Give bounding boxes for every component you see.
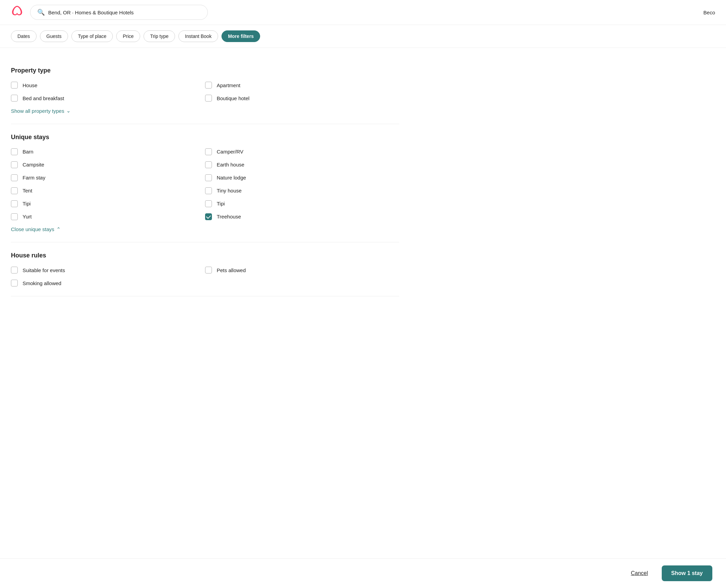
checkbox-tipi2[interactable]: Tipi (205, 200, 399, 207)
checkbox-house[interactable]: House (11, 82, 205, 89)
earth-house-label: Earth house (217, 162, 244, 168)
main-content: Property type House Bed and breakfast Ap… (0, 48, 410, 337)
tent-checkbox[interactable] (11, 187, 18, 194)
house-rules-section: House rules Suitable for events Smoking … (11, 242, 399, 296)
property-type-col2: Apartment Boutique hotel (205, 82, 399, 102)
checkbox-barn[interactable]: Barn (11, 148, 205, 155)
checkbox-yurt[interactable]: Yurt (11, 213, 205, 220)
tipi2-label: Tipi (217, 201, 225, 206)
show-all-property-types-button[interactable]: Show all property types ⌄ (11, 108, 71, 114)
user-label: Beco (703, 10, 715, 15)
filter-bar: Dates Guests Type of place Price Trip ty… (0, 25, 726, 48)
filter-dates[interactable]: Dates (11, 30, 37, 42)
treehouse-label: Treehouse (217, 214, 241, 219)
yurt-label: Yurt (23, 214, 32, 219)
filter-type-of-place[interactable]: Type of place (71, 30, 113, 42)
house-label: House (23, 82, 37, 88)
farm-stay-checkbox[interactable] (11, 174, 18, 181)
checkbox-camper-rv[interactable]: Camper/RV (205, 148, 399, 155)
filter-trip-type[interactable]: Trip type (144, 30, 175, 42)
apartment-checkbox[interactable] (205, 82, 212, 89)
camper-rv-checkbox[interactable] (205, 148, 212, 155)
tipi2-checkbox[interactable] (205, 200, 212, 207)
barn-label: Barn (23, 149, 33, 155)
search-input[interactable] (48, 10, 201, 15)
bed-and-breakfast-label: Bed and breakfast (23, 95, 64, 101)
house-rules-col1: Suitable for events Smoking allowed (11, 267, 205, 286)
nature-lodge-label: Nature lodge (217, 175, 246, 181)
show-all-property-types-label: Show all property types (11, 108, 64, 114)
smoking-allowed-checkbox[interactable] (11, 280, 18, 286)
checkbox-campsite[interactable]: Campsite (11, 161, 205, 168)
tipi-label: Tipi (23, 201, 31, 206)
bed-and-breakfast-checkbox[interactable] (11, 95, 18, 102)
barn-checkbox[interactable] (11, 148, 18, 155)
smoking-allowed-label: Smoking allowed (23, 280, 61, 286)
boutique-hotel-checkbox[interactable] (205, 95, 212, 102)
house-rules-col2: Pets allowed (205, 267, 399, 286)
close-unique-stays-label: Close unique stays (11, 226, 54, 232)
nature-lodge-checkbox[interactable] (205, 174, 212, 181)
checkbox-earth-house[interactable]: Earth house (205, 161, 399, 168)
tent-label: Tent (23, 188, 32, 193)
pets-allowed-label: Pets allowed (217, 267, 246, 273)
campsite-label: Campsite (23, 162, 44, 168)
header: 🔍 Beco (0, 0, 726, 25)
checkbox-farm-stay[interactable]: Farm stay (11, 174, 205, 181)
filter-price[interactable]: Price (116, 30, 140, 42)
unique-stays-grid: Barn Campsite Farm stay Tent Tipi (11, 148, 399, 220)
house-rules-title: House rules (11, 252, 399, 259)
checkbox-smoking-allowed[interactable]: Smoking allowed (11, 280, 205, 286)
property-type-grid: House Bed and breakfast Apartment Boutiq… (11, 82, 399, 102)
house-rules-grid: Suitable for events Smoking allowed Pets… (11, 267, 399, 286)
filter-instant-book[interactable]: Instant Book (178, 30, 218, 42)
checkbox-tiny-house[interactable]: Tiny house (205, 187, 399, 194)
earth-house-checkbox[interactable] (205, 161, 212, 168)
property-type-title: Property type (11, 67, 399, 74)
close-unique-stays-button[interactable]: Close unique stays ⌃ (11, 226, 61, 232)
apartment-label: Apartment (217, 82, 240, 88)
search-icon: 🔍 (37, 9, 45, 16)
tipi-checkbox[interactable] (11, 200, 18, 207)
chevron-up-icon: ⌃ (56, 226, 61, 232)
property-type-col1: House Bed and breakfast (11, 82, 205, 102)
checkbox-tipi[interactable]: Tipi (11, 200, 205, 207)
camper-rv-label: Camper/RV (217, 149, 243, 155)
treehouse-checkbox[interactable] (205, 213, 212, 220)
checkbox-tent[interactable]: Tent (11, 187, 205, 194)
airbnb-logo (11, 5, 23, 19)
boutique-hotel-label: Boutique hotel (217, 95, 250, 101)
farm-stay-label: Farm stay (23, 175, 45, 181)
checkbox-suitable-for-events[interactable]: Suitable for events (11, 267, 205, 273)
campsite-checkbox[interactable] (11, 161, 18, 168)
chevron-down-icon: ⌄ (66, 108, 71, 114)
unique-stays-col2: Camper/RV Earth house Nature lodge Tiny … (205, 148, 399, 220)
yurt-checkbox[interactable] (11, 213, 18, 220)
checkbox-nature-lodge[interactable]: Nature lodge (205, 174, 399, 181)
property-type-section: Property type House Bed and breakfast Ap… (11, 57, 399, 124)
checkbox-treehouse[interactable]: Treehouse (205, 213, 399, 220)
house-checkbox[interactable] (11, 82, 18, 89)
unique-stays-col1: Barn Campsite Farm stay Tent Tipi (11, 148, 205, 220)
checkbox-pets-allowed[interactable]: Pets allowed (205, 267, 399, 273)
checkbox-bed-and-breakfast[interactable]: Bed and breakfast (11, 95, 205, 102)
filter-guests[interactable]: Guests (40, 30, 68, 42)
pets-allowed-checkbox[interactable] (205, 267, 212, 273)
tiny-house-label: Tiny house (217, 188, 242, 193)
unique-stays-section: Unique stays Barn Campsite Farm stay Ten… (11, 124, 399, 243)
tiny-house-checkbox[interactable] (205, 187, 212, 194)
search-bar[interactable]: 🔍 (30, 5, 208, 20)
suitable-for-events-checkbox[interactable] (11, 267, 18, 273)
checkbox-boutique-hotel[interactable]: Boutique hotel (205, 95, 399, 102)
suitable-for-events-label: Suitable for events (23, 267, 65, 273)
filter-more-filters[interactable]: More filters (221, 30, 260, 42)
unique-stays-title: Unique stays (11, 134, 399, 141)
checkbox-apartment[interactable]: Apartment (205, 82, 399, 89)
